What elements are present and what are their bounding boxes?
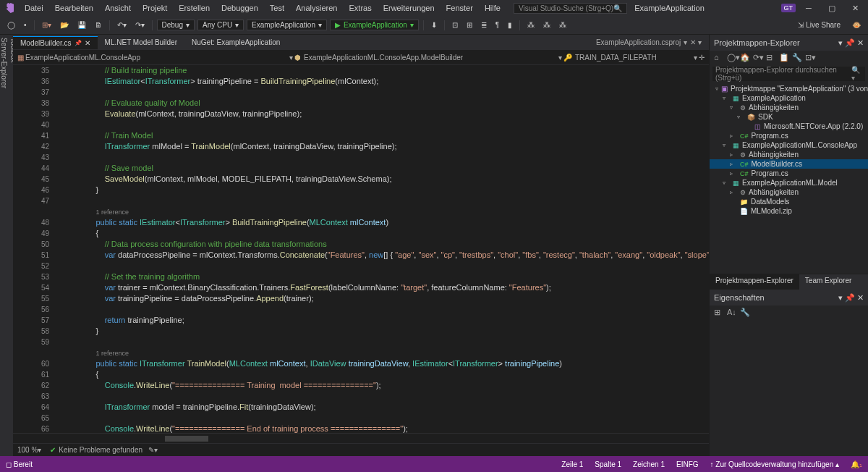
tab-mlnet-builder[interactable]: ML.NET Model Builder xyxy=(98,36,184,49)
config-combo[interactable]: Debug ▾ xyxy=(157,20,195,30)
menu-erstellen[interactable]: Erstellen xyxy=(173,2,216,14)
tree-item[interactable]: ▹C# Program.cs xyxy=(710,169,868,178)
solution-toolbar: ⌂ ◯▾ 🏠 ⟳▾ ⊟ 📋 🔧 ⊡▾ xyxy=(710,51,868,65)
menu-test[interactable]: Test xyxy=(264,2,290,14)
code-editor[interactable]: 3536373839404142434445464748495051525354… xyxy=(13,65,709,433)
tree-item[interactable]: ▹C# ModelBuilder.cs xyxy=(710,159,868,169)
split-icon[interactable]: ✛ xyxy=(699,54,705,62)
solution-tree[interactable]: ▿▣ Projektmappe "ExampleApplication" (3 … xyxy=(710,83,868,274)
menu-ansicht[interactable]: Ansicht xyxy=(99,2,137,14)
tree-item[interactable]: ▿▦ ExampleApplicationML.Model xyxy=(710,178,868,187)
status-ins[interactable]: EINFG xyxy=(676,460,699,468)
status-line[interactable]: Zeile 1 xyxy=(561,460,583,468)
tool-icon-6[interactable]: ⁂ xyxy=(524,20,537,30)
new-item-button[interactable]: ⊞▾ xyxy=(39,20,54,30)
tool-icon-1[interactable]: ⊡ xyxy=(449,20,461,30)
menu-hilfe[interactable]: Hilfe xyxy=(479,2,506,14)
menu-projekt[interactable]: Projekt xyxy=(137,2,173,14)
tree-item[interactable]: ▿▦ ExampleApplicationML.ConsoleApp xyxy=(710,140,868,150)
status-col[interactable]: Spalte 1 xyxy=(595,460,621,468)
tree-item[interactable]: ▹⚙ Abhängigkeiten xyxy=(710,150,868,159)
server-explorer-tab[interactable]: Server-Explorer xyxy=(0,38,8,456)
tree-item[interactable]: ▹⚙ Abhängigkeiten xyxy=(710,187,868,197)
solution-explorer-tab[interactable]: Projektmappen-Explorer xyxy=(710,274,799,290)
type-combo[interactable]: ⬢ ExampleApplicationML.ConsoleApp.ModelB… xyxy=(294,54,562,62)
issues-label[interactable]: Keine Probleme gefunden xyxy=(59,446,142,454)
toolbar: ◯ • ⊞▾ 📂 💾 🗎 ↶▾ ↷▾ Debug ▾ Any CPU ▾ Exa… xyxy=(0,16,868,35)
solution-explorer-header: Projektmappen-Explorer ▾ 📌 ✕ xyxy=(710,35,868,51)
notifications-icon[interactable]: 🔔₁ xyxy=(851,460,862,468)
maximize-button[interactable]: ▢ xyxy=(822,1,842,15)
refresh-icon[interactable]: ⟳▾ xyxy=(753,53,763,63)
status-ready: ◻ Bereit xyxy=(6,460,33,468)
tab-modelbuilder[interactable]: ModelBuilder.cs 📌 ✕ xyxy=(13,36,98,49)
preview-icon[interactable]: ⊡▾ xyxy=(805,53,815,63)
menu-extras[interactable]: Extras xyxy=(343,2,377,14)
properties-header: Eigenschaften ▾ 📌 ✕ xyxy=(710,290,868,305)
properties-icon[interactable]: 🔧 xyxy=(792,53,802,63)
props-view-icon[interactable]: 🔧 xyxy=(740,308,750,318)
tree-item[interactable]: 📁 DataModels xyxy=(710,197,868,206)
tree-item[interactable]: 📄 MLModel.zip xyxy=(710,206,868,216)
tab-nuget[interactable]: NuGet: ExampleApplication xyxy=(184,36,287,49)
navigation-bar: ▦ ExampleApplicationML.ConsoleApp▾ ⬢ Exa… xyxy=(13,51,709,65)
menu-datei[interactable]: Datei xyxy=(19,2,49,14)
live-share-button[interactable]: ⇲ Live Share xyxy=(792,21,846,29)
platform-combo[interactable]: Any CPU ▾ xyxy=(197,20,244,30)
tree-item[interactable]: ▿📦 SDK xyxy=(710,112,868,122)
pin-icon[interactable]: 📌 xyxy=(75,40,82,46)
menu-analysieren[interactable]: Analysieren xyxy=(290,2,343,14)
search-placeholder: Visual Studio-Suche (Strg+Q) xyxy=(519,4,613,12)
user-badge[interactable]: GT xyxy=(781,4,796,12)
horizontal-scrollbar[interactable] xyxy=(13,433,709,443)
nav-forward-button[interactable]: • xyxy=(21,20,30,30)
quick-search-input[interactable]: Visual Studio-Suche (Strg+Q) 🔍 xyxy=(514,3,627,14)
collapse-icon[interactable]: ⊟ xyxy=(766,53,776,63)
team-explorer-tab[interactable]: Team Explorer xyxy=(799,274,857,290)
menu-debuggen[interactable]: Debuggen xyxy=(216,2,264,14)
member-combo[interactable]: 🔑 TRAIN_DATA_FILEPATH▾ xyxy=(563,54,697,62)
editor-status: 100 % ▾ ✔ Keine Probleme gefunden ✎▾ xyxy=(13,443,709,456)
sync-icon[interactable]: 🏠 xyxy=(740,53,750,63)
tool-icon-2[interactable]: ⊞ xyxy=(464,20,475,30)
scope-combo[interactable]: ExampleApplicationML.ConsoleApp▾ xyxy=(25,54,293,62)
tool-icon-3[interactable]: ≣ xyxy=(478,20,490,30)
tool-icon-7[interactable]: ⁂ xyxy=(540,20,553,30)
left-tool-rail: Server-Explorer Toolbox xyxy=(0,35,13,456)
tree-item[interactable]: ▹C# Program.cs xyxy=(710,131,868,140)
menu-bearbeiten[interactable]: Bearbeiten xyxy=(49,2,99,14)
menu-fenster[interactable]: Fenster xyxy=(441,2,479,14)
tool-icon-5[interactable]: ▮ xyxy=(505,20,515,30)
step-icon[interactable]: ⬇ xyxy=(428,20,440,30)
tree-item[interactable]: ◫ Microsoft.NETCore.App (2.2.0) xyxy=(710,122,868,131)
home-icon[interactable]: ⌂ xyxy=(714,53,724,63)
status-char[interactable]: Zeichen 1 xyxy=(633,460,665,468)
tool-icon-8[interactable]: ⁂ xyxy=(556,20,569,30)
close-icon[interactable]: ✕ xyxy=(85,39,90,47)
startup-project-combo[interactable]: ExampleApplication ▾ xyxy=(247,20,327,30)
back-icon[interactable]: ◯▾ xyxy=(727,53,737,63)
alpha-sort-icon[interactable]: A↓ xyxy=(727,308,737,318)
nav-back-button[interactable]: ◯ xyxy=(4,20,18,30)
tab-csproj[interactable]: ExampleApplication.csproj ▾ ✕ ▾ xyxy=(589,36,709,49)
save-all-button[interactable]: 🗎 xyxy=(92,20,105,30)
redo-button[interactable]: ↷▾ xyxy=(132,20,148,30)
categorize-icon[interactable]: ⊞ xyxy=(714,308,724,318)
undo-button[interactable]: ↶▾ xyxy=(114,20,129,30)
zoom-combo[interactable]: 100 % xyxy=(17,446,38,454)
minimize-button[interactable]: ─ xyxy=(799,1,819,15)
save-button[interactable]: 💾 xyxy=(75,20,89,30)
close-button[interactable]: ✕ xyxy=(845,1,865,15)
source-control-button[interactable]: ↑ Zur Quellcodeverwaltung hinzufügen ▴ xyxy=(710,460,839,468)
tree-item[interactable]: ▿⚙ Abhängigkeiten xyxy=(710,103,868,112)
open-button[interactable]: 📂 xyxy=(57,20,72,30)
tool-icon-4[interactable]: ¶ xyxy=(493,20,502,30)
feedback-icon[interactable]: 🐵 xyxy=(849,20,864,30)
run-button[interactable]: ▶ ExampleApplication ▾ xyxy=(330,20,419,30)
solution-search-input[interactable]: Projektmappen-Explorer durchsuchen (Strg… xyxy=(712,67,865,81)
solution-root[interactable]: ▿▣ Projektmappe "ExampleApplication" (3 … xyxy=(710,84,868,93)
menu-erweiterungen[interactable]: Erweiterungen xyxy=(378,2,441,14)
statusbar: ◻ Bereit Zeile 1 Spalte 1 Zeichen 1 EINF… xyxy=(0,456,868,472)
tree-item[interactable]: ▿▦ ExampleApplication xyxy=(710,93,868,103)
show-all-icon[interactable]: 📋 xyxy=(779,53,789,63)
